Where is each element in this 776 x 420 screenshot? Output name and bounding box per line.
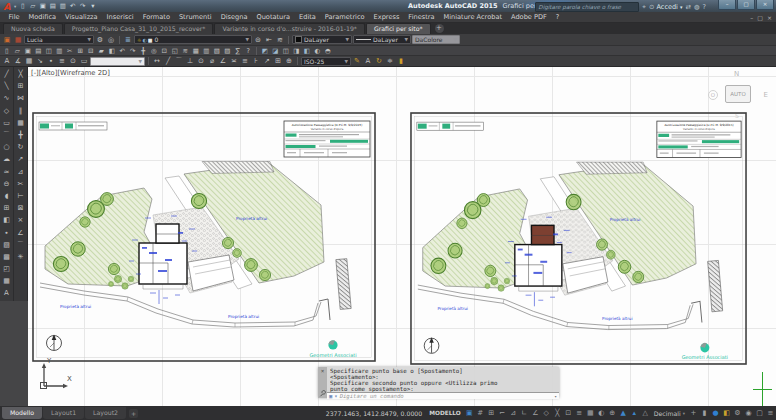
plotstyle-dropdown[interactable]: DaColore▼: [412, 35, 460, 44]
save-icon[interactable]: ▣: [38, 2, 47, 11]
explode-icon[interactable]: ✳: [15, 251, 26, 263]
undo-icon[interactable]: ↶: [118, 46, 128, 55]
ellipse-icon[interactable]: ⊖: [1, 178, 12, 190]
construction-line-icon[interactable]: ╲: [1, 80, 12, 92]
dim-radius-icon[interactable]: ⊙: [196, 56, 206, 66]
design-center-icon[interactable]: ▦: [191, 46, 201, 55]
insert-block-icon[interactable]: ⊞: [1, 202, 12, 214]
units-dropdown[interactable]: Decimali ▾: [651, 410, 688, 417]
recent-commands-icon[interactable]: ▾: [554, 394, 557, 399]
workspace-switching-icon[interactable]: ⚙: [732, 408, 743, 419]
dim-space-icon[interactable]: ≑: [385, 56, 395, 66]
layer-isolate-icon[interactable]: ◫: [281, 46, 291, 55]
file-tab[interactable]: Progetto_Piano Casa_31_10_2015_recover*: [64, 23, 214, 34]
copy-icon[interactable]: ⊞: [76, 46, 86, 55]
command-input[interactable]: ▣ ▾ Digitare un comando ▾: [327, 392, 559, 399]
scale-icon[interactable]: ↗: [15, 153, 26, 165]
units-icon[interactable]: ⊙: [68, 56, 78, 66]
workspace-switch-icon[interactable]: ▣: [2, 35, 12, 45]
arc-icon[interactable]: ⌒: [1, 129, 12, 141]
dim-ordinate-icon[interactable]: ⊥: [185, 56, 195, 66]
menu-item[interactable]: File: [4, 13, 24, 21]
polyline-icon[interactable]: ∿: [1, 92, 12, 104]
menu-item[interactable]: Visualizza: [61, 13, 102, 21]
layer-unisolate-icon[interactable]: ◨: [292, 46, 302, 55]
break-icon[interactable]: ×: [15, 214, 26, 226]
autodesk360-icon[interactable]: ◍: [694, 3, 700, 11]
object-snap-tracking-icon[interactable]: ╳: [552, 408, 563, 419]
menu-item[interactable]: Strumenti: [174, 13, 216, 21]
wrench-icon[interactable]: [319, 390, 326, 397]
workspace-settings-icon[interactable]: ▦: [13, 35, 23, 45]
dim-edit-icon[interactable]: ✎: [352, 56, 362, 66]
create-block-icon[interactable]: ◧: [1, 214, 12, 226]
ortho-icon[interactable]: ∟: [519, 408, 530, 419]
hardware-acceleration-icon[interactable]: ◧: [721, 408, 732, 419]
quick-properties-icon[interactable]: +: [688, 408, 699, 419]
rectangle-icon[interactable]: ▭: [1, 117, 12, 129]
annotation-monitor-icon[interactable]: ◉: [743, 408, 754, 419]
command-line-panel[interactable]: × Specificare punto base o [Spostamento]…: [318, 367, 559, 398]
dim-diameter-icon[interactable]: ⌀: [207, 56, 217, 66]
undo-icon[interactable]: ↶: [68, 2, 77, 11]
close-icon[interactable]: ×: [321, 368, 325, 374]
dim-text-edit-icon[interactable]: A: [363, 56, 373, 66]
compass-west[interactable]: O: [708, 90, 718, 100]
menu-item[interactable]: Edita: [295, 13, 321, 21]
spline-icon[interactable]: ≈: [1, 166, 12, 178]
chevron-down-icon[interactable]: ▾: [334, 393, 337, 399]
help-icon[interactable]: ?: [244, 46, 254, 55]
menu-item[interactable]: Disegna: [216, 13, 252, 21]
chamfer-icon[interactable]: ∠: [15, 226, 26, 238]
infocenter-search-input[interactable]: Digitare parola chiave o frase: [535, 2, 639, 12]
app-menu-caret-icon[interactable]: ▾: [14, 4, 16, 9]
layer-previous-icon[interactable]: ◪: [271, 46, 281, 55]
block-editor-icon[interactable]: ◧: [107, 46, 117, 55]
workspace-dropdown[interactable]: Lucia▼: [24, 35, 94, 44]
grid-icon[interactable]: #: [475, 408, 486, 419]
point-style-icon[interactable]: ∙: [46, 56, 56, 66]
ellipse-arc-icon[interactable]: ◖: [1, 190, 12, 202]
annotation-visibility-icon[interactable]: ▲: [618, 408, 629, 419]
menu-item[interactable]: Adobe PDF: [507, 13, 552, 21]
dim-linear-icon[interactable]: ↔: [152, 56, 162, 66]
qnew-icon[interactable]: ▯: [2, 46, 12, 55]
dim-tolerance-icon[interactable]: ⊞: [273, 56, 283, 66]
point-icon[interactable]: ∙: [1, 226, 12, 238]
multiline-text-icon[interactable]: A: [1, 287, 12, 299]
circle-icon[interactable]: ○: [1, 141, 12, 153]
properties-icon[interactable]: ≋: [181, 46, 191, 55]
gear-icon[interactable]: ⚙: [95, 35, 105, 45]
quick-calc-icon[interactable]: ∑: [233, 46, 243, 55]
stretch-icon[interactable]: ⊿: [15, 166, 26, 178]
rotate-icon[interactable]: ↻: [15, 141, 26, 153]
layer-match-icon[interactable]: ≋: [275, 35, 285, 45]
save-as-icon[interactable]: ▤: [48, 2, 57, 11]
compass-east[interactable]: E: [764, 91, 768, 99]
customize-caret-icon[interactable]: ▾: [88, 2, 97, 11]
layer-properties-icon[interactable]: ≣: [123, 35, 133, 45]
menu-item[interactable]: Finestra: [404, 13, 439, 21]
publish-icon[interactable]: ▥: [55, 46, 65, 55]
dim-leader-icon[interactable]: ↗: [262, 56, 272, 66]
fillet-icon[interactable]: ⌒: [15, 239, 26, 251]
customization-menu-icon[interactable]: ≡: [765, 408, 776, 419]
search-icon[interactable]: ⌖: [642, 3, 646, 11]
dim-continue-icon[interactable]: ⊦: [251, 56, 261, 66]
mleader-style-icon[interactable]: ↘: [35, 56, 45, 66]
erase-icon[interactable]: ╳: [15, 68, 26, 80]
dynamic-input-icon[interactable]: ⊿: [508, 408, 519, 419]
zoom-previous-icon[interactable]: ◱: [170, 46, 180, 55]
open-icon[interactable]: ▱: [28, 2, 37, 11]
drawing-canvas[interactable]: [-][Alto][Wireframe 2D] N O E AUTO S Y X: [28, 67, 776, 406]
clean-screen-icon[interactable]: ▢: [754, 408, 765, 419]
layer-previous-icon[interactable]: ⇤: [264, 35, 274, 45]
markup-set-manager-icon[interactable]: ▨: [223, 46, 233, 55]
move-icon[interactable]: ╋: [15, 129, 26, 141]
layout-tab[interactable]: Modello: [2, 407, 42, 419]
line-icon[interactable]: ╱: [1, 68, 12, 80]
thickness-icon[interactable]: ▭: [79, 56, 89, 66]
revision-cloud-icon[interactable]: ☁: [1, 153, 12, 165]
dimension-style-icon[interactable]: ∡: [13, 56, 23, 66]
menu-item[interactable]: Modifica: [24, 13, 61, 21]
